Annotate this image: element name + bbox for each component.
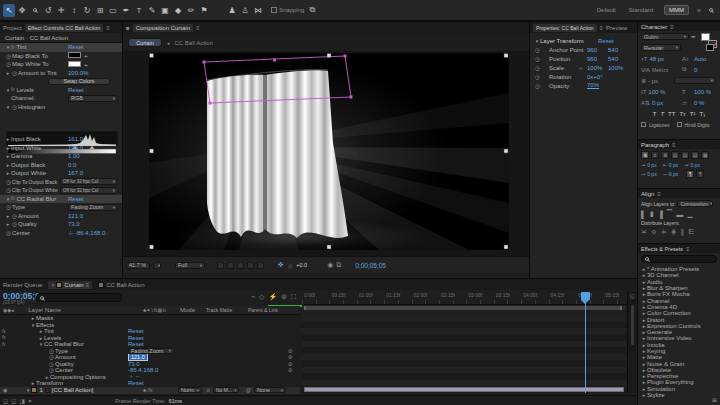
align-v-center-icon[interactable]: ▬ [676,211,683,218]
stopwatch-icon[interactable]: ◷ [534,47,541,53]
roto-brush-tool-icon[interactable]: ✏ [185,4,197,17]
align-left-icon[interactable]: ≣ [641,151,649,159]
timeline-curtain-tab[interactable]: × Curtain ≡ [48,281,92,289]
align-left-edge-icon[interactable]: ▌ [641,211,646,218]
align-center-icon[interactable]: ≡ [651,151,659,159]
stopwatch-icon[interactable]: ◷ [48,348,55,354]
default-fill-stroke-icon[interactable] [706,44,714,51]
tracking-value[interactable]: 0 [694,67,697,73]
character-title[interactable]: Character [641,24,667,30]
scale-y-value[interactable]: 100% [608,65,623,71]
workspace-people-icon[interactable]: ♟ [226,4,238,17]
hide-shy-icon[interactable]: ⚡ [268,293,277,301]
stopwatch-icon[interactable]: ◷ [534,74,541,80]
expand-transfer-controls-icon[interactable]: ◱ [11,398,16,404]
crosshair-icon[interactable]: ⊹ [68,230,73,236]
distribute-top-icon[interactable]: ≍ [641,228,647,236]
selection-tool-icon[interactable]: ↖ [3,4,15,17]
trkmat-header[interactable]: Track Matte [206,307,232,313]
roi-icon[interactable] [217,262,224,269]
exposure-gear-icon[interactable]: ☼ [287,262,293,269]
quality-value[interactable]: 73.0 [68,221,80,227]
eyedropper-icon[interactable]: ✒ [84,53,88,59]
time-ruler[interactable]: 0:00f 00:15f 01:00f 01:15f 02:00f 02:15f… [302,291,627,305]
paragraph-title[interactable]: Paragraph [641,142,669,148]
link-icon[interactable]: ∞ [579,65,583,71]
stopwatch-icon[interactable]: ◷ [5,179,12,185]
first-line-indent-value[interactable]: 0 px [647,171,656,177]
stopwatch-icon[interactable]: ◷ [534,65,541,71]
justify-last-right-icon[interactable]: ▤ [691,151,699,159]
pan-behind-tool-icon[interactable]: ⊞ [94,4,106,17]
include-toggle-icon[interactable]: ⊘ [288,354,293,360]
work-area-bar[interactable] [304,306,622,310]
workspace-overflow-icon[interactable]: » [697,7,701,14]
type-dropdown[interactable]: Fading Zoom▾ [128,348,174,354]
work-area-track[interactable] [302,306,626,310]
horizontal-scale-value[interactable]: 100 % [694,89,711,95]
justify-last-left-icon[interactable]: ▤ [671,151,679,159]
parent-pickwhip-icon[interactable]: @ [246,387,251,393]
stopwatch-icon[interactable]: ◷ [48,354,55,360]
output-black-value[interactable]: 0.0 [68,162,76,168]
include-toggle-icon[interactable]: ⊘ [288,367,293,373]
amount-value[interactable]: 121.0 [68,213,83,219]
stopwatch-icon[interactable]: ◷ [5,230,12,236]
panel-menu-icon[interactable]: ≡ [686,246,690,252]
distribute-h-center-icon[interactable]: ∥ [681,228,685,236]
fx-badge-icon[interactable]: fx [11,87,15,92]
fx-badge-icon[interactable]: fx [2,335,6,340]
effects-category[interactable]: ▸Stylize [641,392,720,398]
layer-mode-dropdown[interactable]: Norm▾ [178,387,202,393]
expand-inout-icon[interactable]: ◨ [19,398,24,404]
vertical-scale-value[interactable]: 100 % [648,89,665,95]
layer-row[interactable]: ◉ ▾ 1 [CC Ball Action] ♣ ∕fx Norm▾ ⊘ No … [0,387,300,394]
timeline-search-box[interactable] [36,293,122,302]
layer-name[interactable]: [CC Ball Action] [52,387,94,393]
show-snapshot-icon[interactable]: ⧉ [336,261,341,269]
tint-reset-link[interactable]: Reset [128,328,144,334]
fx-badge-icon[interactable]: fx [2,342,6,347]
faux-italic-icon[interactable]: T [660,111,664,117]
render-queue-tab[interactable]: Render Queue [3,282,42,288]
workspace-people-2-icon[interactable]: ♙ [239,4,251,17]
clip-output-black-dropdown[interactable]: Off for 32 bpc Col▾ [60,178,118,185]
panel-menu-icon[interactable]: ≡ [670,24,674,30]
playhead-marker[interactable] [581,292,590,300]
justify-all-icon[interactable]: ▦ [701,151,709,159]
eye-icon[interactable]: ◉ [3,387,7,393]
output-white-value[interactable]: 167.0 [68,170,83,176]
superscript-icon[interactable]: T¹ [690,111,696,117]
mask-visibility-icon[interactable] [237,262,244,269]
timeline-lanes[interactable] [302,315,626,393]
amount-to-tint-value[interactable]: 100.0% [68,70,88,76]
levels-reset-link[interactable]: Reset [68,87,84,93]
expand-layer-switches-icon[interactable]: ◲ [3,398,8,404]
position-y-value[interactable]: 540 [608,56,618,62]
frame-blending-icon[interactable]: ⊘ [281,293,287,301]
all-caps-icon[interactable]: TT [668,111,675,117]
align-bottom-edge-icon[interactable]: ▁ [687,210,692,218]
snapping-options-icon[interactable]: ⧉ [306,4,318,17]
stroke-style-dropdown[interactable]: ▾ [674,77,716,84]
stopwatch-icon[interactable]: ◷ [5,61,12,67]
indent-right-value[interactable]: 0 px [691,162,700,168]
font-family-dropdown[interactable]: Gulim▾ [641,33,689,40]
align-top-edge-icon[interactable]: ▔ [667,210,672,218]
composition-tab[interactable]: Composition Curtain [133,24,193,32]
snapshot-camera-icon[interactable]: ◉ [327,261,333,269]
graph-editor-icon[interactable]: ◱ [630,293,635,299]
channel-views-icon[interactable]: ✜ [278,261,284,269]
guides-icon[interactable] [247,262,254,269]
puppet-pin-tool-icon[interactable]: ⚑ [198,4,210,17]
eraser-tool-icon[interactable]: ◆ [172,4,184,17]
stopwatch-icon[interactable]: ◷ [5,204,12,210]
opacity-value[interactable]: 70% [587,82,599,89]
stopwatch-icon[interactable]: ◷ [11,221,18,227]
resolution-dropdown[interactable]: Full▾ [175,262,205,269]
dolly-camera-tool-icon[interactable]: ↕ [68,4,80,17]
vertical-scrollbar[interactable] [631,305,634,345]
new-panel-icon[interactable]: ⊞ [712,396,717,403]
panel-menu-icon[interactable]: ≡ [672,142,676,148]
align-right-edge-icon[interactable]: ▐ [658,211,663,218]
